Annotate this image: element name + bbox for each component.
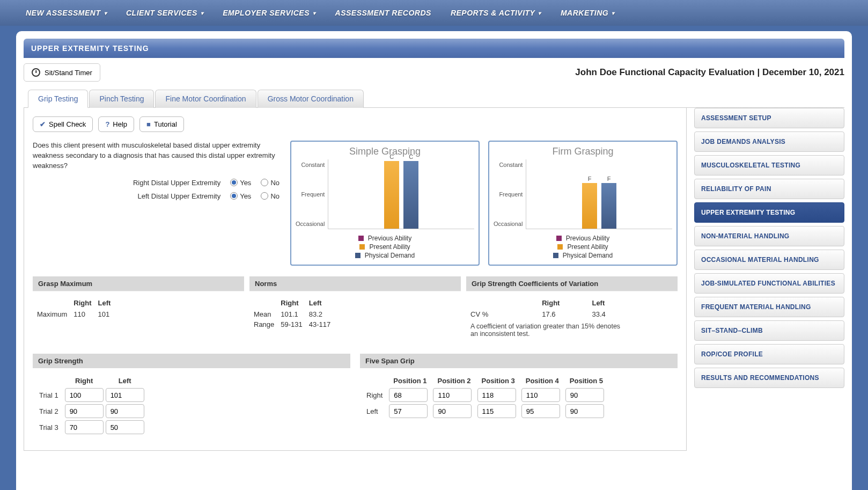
norms-section: Norms RightLeft Mean101.183.2 Range59-13… <box>249 276 461 344</box>
question-text: Does this client present with musculoske… <box>33 141 279 171</box>
tab-grip-testing[interactable]: Grip Testing <box>28 90 88 108</box>
radio-right-no[interactable]: No <box>261 179 279 187</box>
fivespan-left-p2[interactable] <box>433 404 472 418</box>
cv-note: A coefficient of variation greater than … <box>470 323 621 338</box>
fivespan-right-p5[interactable] <box>565 388 604 402</box>
bar-present: F <box>582 183 597 229</box>
section-header: Grasp Maximum <box>33 276 244 291</box>
sidebar-rop-coe[interactable]: ROP/COE PROFILE <box>694 344 844 364</box>
bar-demand: F <box>601 183 616 229</box>
sidebar-musculoskeletal[interactable]: MUSCULOSKELETAL TESTING <box>694 155 844 175</box>
sidebar-results[interactable]: RESULTS AND RECOMMENDATIONS <box>694 368 844 388</box>
panel-title: UPPER EXTREMITY TESTING <box>24 39 844 58</box>
fivespan-left-p4[interactable] <box>521 404 560 418</box>
nav-new-assessment[interactable]: NEW ASSESSMENT▾ <box>16 0 116 26</box>
section-header: Norms <box>249 276 461 291</box>
fivespan-left-p5[interactable] <box>565 404 604 418</box>
radio-left-yes[interactable]: Yes <box>230 192 251 200</box>
radio-label-left: Left Distal Upper Extremity <box>113 192 220 200</box>
radio-right-yes[interactable]: Yes <box>230 179 251 187</box>
sidebar-occasional-material[interactable]: OCCASIONAL MATERIAL HANDLING <box>694 250 844 270</box>
check-icon: ✔ <box>40 120 46 128</box>
radio-label-right: Right Distal Upper Extremity <box>113 179 220 187</box>
chevron-down-icon: ▾ <box>538 10 541 16</box>
sidebar-sit-stand-climb[interactable]: SIT–STAND–CLIMB <box>694 320 844 341</box>
fivespan-right-p3[interactable] <box>477 388 516 402</box>
nav-reports-activity[interactable]: REPORTS & ACTIVITY▾ <box>441 0 551 26</box>
fivespan-right-p2[interactable] <box>433 388 472 402</box>
grip-input-t2-left[interactable] <box>106 404 144 418</box>
swatch-present <box>359 244 365 250</box>
fivespan-right-p4[interactable] <box>521 388 560 402</box>
chart-title: Simple Grasping <box>296 146 474 157</box>
tutorial-button[interactable]: ■Tutorial <box>139 116 184 132</box>
grip-input-t1-right[interactable] <box>65 388 104 402</box>
fivespan-left-p3[interactable] <box>477 404 516 418</box>
sidebar-upper-extremity[interactable]: UPPER EXTREMITY TESTING <box>694 202 844 223</box>
tab-bar: Grip Testing Pinch Testing Fine Motor Co… <box>24 89 844 108</box>
grip-input-t2-right[interactable] <box>65 404 104 418</box>
section-header: Five Span Grip <box>360 354 678 368</box>
bar-demand: C <box>403 161 418 229</box>
swatch-previous <box>358 236 364 241</box>
sidebar-reliability-pain[interactable]: RELIABILITY OF PAIN <box>694 179 844 199</box>
spell-check-button[interactable]: ✔Spell Check <box>33 116 93 132</box>
chevron-down-icon: ▾ <box>104 10 107 16</box>
sidebar: ASSESSMENT SETUP JOB DEMANDS ANALYSIS MU… <box>694 108 844 451</box>
grip-input-t1-left[interactable] <box>106 388 144 402</box>
sidebar-job-demands[interactable]: JOB DEMANDS ANALYSIS <box>694 131 844 152</box>
swatch-demand <box>355 253 361 258</box>
tab-fine-motor[interactable]: Fine Motor Coordination <box>155 90 256 108</box>
grip-input-t3-right[interactable] <box>65 420 104 434</box>
swatch-present <box>557 244 563 250</box>
grasp-maximum-section: Grasp Maximum RightLeft Maximum110101 <box>33 276 244 344</box>
question-icon: ? <box>105 120 109 128</box>
sidebar-frequent-material[interactable]: FREQUENT MATERIAL HANDLING <box>694 297 844 317</box>
timer-label: Sit/Stand Timer <box>45 69 92 77</box>
chevron-down-icon: ▾ <box>313 10 316 16</box>
fivespan-right-p1[interactable] <box>389 388 428 402</box>
section-header: Grip Strength <box>33 354 350 368</box>
page-title: John Doe Functional Capacity Evaluation … <box>575 67 844 78</box>
grip-strength-section: Grip Strength RightLeft Trial 1 Trial 2 … <box>33 354 350 442</box>
chart-firm-grasping: Firm Grasping Constant Frequent Occasion… <box>488 141 678 266</box>
chart-title: Firm Grasping <box>494 146 672 157</box>
video-icon: ■ <box>146 120 151 128</box>
swatch-previous <box>556 236 562 241</box>
sit-stand-timer-button[interactable]: Sit/Stand Timer <box>24 63 100 82</box>
tab-pinch-testing[interactable]: Pinch Testing <box>89 90 154 108</box>
fivespan-left-p1[interactable] <box>389 404 428 418</box>
chevron-down-icon: ▾ <box>201 10 204 16</box>
top-nav: NEW ASSESSMENT▾ CLIENT SERVICES▾ EMPLOYE… <box>0 0 868 26</box>
section-header: Grip Strength Coefficients of Variation <box>466 276 678 291</box>
tab-gross-motor[interactable]: Gross Motor Coordination <box>258 90 364 108</box>
nav-employer-services[interactable]: EMPLOYER SERVICES▾ <box>213 0 325 26</box>
chart-simple-grasping: Simple Grasping Constant Frequent Occasi… <box>290 141 480 266</box>
clock-icon <box>32 68 40 77</box>
sidebar-job-simulated[interactable]: JOB-SIMULATED FUNCTIONAL ABILITIES <box>694 273 844 294</box>
nav-assessment-records[interactable]: ASSESSMENT RECORDS <box>326 0 441 26</box>
nav-client-services[interactable]: CLIENT SERVICES▾ <box>116 0 213 26</box>
sidebar-assessment-setup[interactable]: ASSESSMENT SETUP <box>694 108 844 128</box>
cv-section: Grip Strength Coefficients of Variation … <box>466 276 678 344</box>
sidebar-non-material[interactable]: NON-MATERIAL HANDLING <box>694 226 844 246</box>
bar-present: C <box>384 161 399 229</box>
chevron-down-icon: ▾ <box>612 10 615 16</box>
radio-left-no[interactable]: No <box>261 192 279 200</box>
nav-marketing[interactable]: MARKETING▾ <box>551 0 624 26</box>
swatch-demand <box>553 253 558 258</box>
help-button[interactable]: ?Help <box>98 116 134 132</box>
grip-input-t3-left[interactable] <box>106 420 144 434</box>
five-span-grip-section: Five Span Grip Position 1Position 2Posit… <box>360 354 678 442</box>
